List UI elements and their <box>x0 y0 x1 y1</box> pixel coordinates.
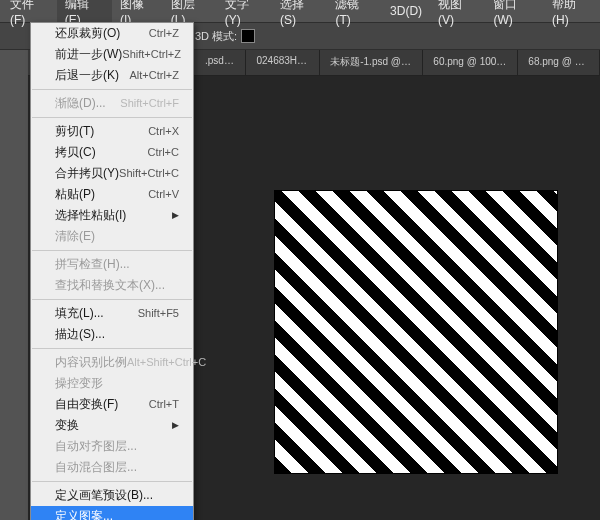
document-canvas[interactable] <box>275 191 557 473</box>
submenu-arrow-icon: ▶ <box>172 207 179 224</box>
menu-shortcut: Shift+F5 <box>138 305 179 322</box>
menu-shortcut: Shift+Ctrl+Z <box>122 46 181 63</box>
menu-item-label: 粘贴(P) <box>55 186 95 203</box>
menu-item-label: 填充(L)... <box>55 305 104 322</box>
menu-separator <box>32 299 192 300</box>
document-tab[interactable]: .psd @ 1...× <box>195 50 246 75</box>
menu-item: 查找和替换文本(X)... <box>31 275 193 296</box>
menu-item[interactable]: 自由变换(F)Ctrl+T <box>31 394 193 415</box>
menu-separator <box>32 117 192 118</box>
menu-item[interactable]: 粘贴(P)Ctrl+V <box>31 184 193 205</box>
menu-item: 渐隐(D)...Shift+Ctrl+F <box>31 93 193 114</box>
menu-item[interactable]: 变换▶ <box>31 415 193 436</box>
menu-separator <box>32 250 192 251</box>
menu-shortcut: Ctrl+C <box>148 144 179 161</box>
menu-文字[interactable]: 文字(Y) <box>217 0 272 30</box>
menu-item: 拼写检查(H)... <box>31 254 193 275</box>
menu-item-label: 内容识别比例 <box>55 354 127 371</box>
menu-item-label: 描边(S)... <box>55 326 105 343</box>
menu-item-label: 清除(E) <box>55 228 95 245</box>
menu-item[interactable]: 选择性粘贴(I)▶ <box>31 205 193 226</box>
menu-item[interactable]: 合并拷贝(Y)Shift+Ctrl+C <box>31 163 193 184</box>
menu-item-label: 剪切(T) <box>55 123 94 140</box>
menu-item[interactable]: 还原裁剪(O)Ctrl+Z <box>31 23 193 44</box>
menu-item-label: 自动对齐图层... <box>55 438 137 455</box>
menu-shortcut: Shift+Ctrl+C <box>119 165 179 182</box>
menu-separator <box>32 481 192 482</box>
menu-item[interactable]: 填充(L)...Shift+F5 <box>31 303 193 324</box>
menu-item-label: 拷贝(C) <box>55 144 96 161</box>
mode-label: 3D 模式: <box>195 29 237 44</box>
menu-item: 清除(E) <box>31 226 193 247</box>
menu-滤镜[interactable]: 滤镜(T) <box>327 0 382 30</box>
menu-item-label: 定义图案... <box>55 508 113 520</box>
menu-item-label: 拼写检查(H)... <box>55 256 130 273</box>
menu-item: 自动混合图层... <box>31 457 193 478</box>
menu-item: 操控变形 <box>31 373 193 394</box>
menu-item[interactable]: 拷贝(C)Ctrl+C <box>31 142 193 163</box>
menu-视图[interactable]: 视图(V) <box>430 0 485 30</box>
menu-item-label: 选择性粘贴(I) <box>55 207 126 224</box>
menu-shortcut: Shift+Ctrl+F <box>120 95 179 112</box>
menu-item[interactable]: 后退一步(K)Alt+Ctrl+Z <box>31 65 193 86</box>
menu-item-label: 渐隐(D)... <box>55 95 106 112</box>
menu-item-label: 前进一步(W) <box>55 46 122 63</box>
menu-item-label: 合并拷贝(Y) <box>55 165 119 182</box>
menu-shortcut: Ctrl+Z <box>149 25 179 42</box>
menu-3d[interactable]: 3D(D) <box>382 1 430 21</box>
menu-separator <box>32 348 192 349</box>
menu-item[interactable]: 前进一步(W)Shift+Ctrl+Z <box>31 44 193 65</box>
menu-shortcut: Ctrl+V <box>148 186 179 203</box>
submenu-arrow-icon: ▶ <box>172 417 179 434</box>
document-tab[interactable]: 68.png @ 100% (此按...× <box>518 50 600 75</box>
menu-item[interactable]: 描边(S)... <box>31 324 193 345</box>
menu-shortcut: Ctrl+X <box>148 123 179 140</box>
menu-选择[interactable]: 选择(S) <box>272 0 327 30</box>
menu-shortcut: Alt+Ctrl+Z <box>129 67 179 84</box>
menu-shortcut: Ctrl+T <box>149 396 179 413</box>
menu-item-label: 定义画笔预设(B)... <box>55 487 153 504</box>
menu-窗口[interactable]: 窗口(W) <box>485 0 544 30</box>
menu-帮助[interactable]: 帮助(H) <box>544 0 600 30</box>
menu-item-label: 操控变形 <box>55 375 103 392</box>
edit-menu-dropdown: 还原裁剪(O)Ctrl+Z前进一步(W)Shift+Ctrl+Z后退一步(K)A… <box>30 22 194 520</box>
menu-item: 内容识别比例Alt+Shift+Ctrl+C <box>31 352 193 373</box>
menu-item-label: 还原裁剪(O) <box>55 25 120 42</box>
menu-item[interactable]: 定义图案... <box>31 506 193 520</box>
document-tab[interactable]: 60.png @ 100% (点击这个, ...× <box>423 50 518 75</box>
menu-item-label: 变换 <box>55 417 79 434</box>
menu-item-label: 查找和替换文本(X)... <box>55 277 165 294</box>
menu-item[interactable]: 定义画笔预设(B)... <box>31 485 193 506</box>
document-tab[interactable]: 024683HEKN.psd ...× <box>246 50 320 75</box>
menu-item: 自动对齐图层... <box>31 436 193 457</box>
menu-shortcut: Alt+Shift+Ctrl+C <box>127 354 206 371</box>
menu-item[interactable]: 剪切(T)Ctrl+X <box>31 121 193 142</box>
tool-strip <box>0 50 28 520</box>
menu-separator <box>32 89 192 90</box>
menu-item-label: 自动混合图层... <box>55 459 137 476</box>
document-tab[interactable]: 未标题-1.psd @ 100% (矩形 1, ...× <box>320 50 423 75</box>
mode-swatch[interactable] <box>241 29 255 43</box>
menu-item-label: 后退一步(K) <box>55 67 119 84</box>
menubar: 文件(F)编辑(E)图像(I)图层(L)文字(Y)选择(S)滤镜(T)3D(D)… <box>0 0 600 22</box>
menu-item-label: 自由变换(F) <box>55 396 118 413</box>
